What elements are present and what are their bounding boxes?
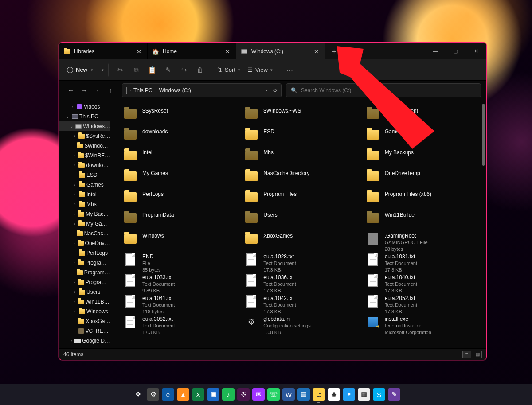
file-item[interactable]: Win11Builder	[365, 210, 478, 231]
file-item[interactable]: downloads	[123, 127, 236, 148]
taskbar-vlc-icon[interactable]: ▲	[177, 388, 189, 401]
expand-toggle[interactable]: ›	[72, 212, 77, 216]
minimize-button[interactable]: ―	[425, 43, 446, 59]
tab-windows-c-[interactable]: Windows (C:)✕	[236, 43, 325, 59]
tab-home[interactable]: 🏠Home✕	[148, 43, 236, 59]
back-button[interactable]: ←	[64, 84, 78, 97]
thumbnail-view-button[interactable]: ▦	[473, 351, 482, 358]
search-box[interactable]: 🔍	[286, 83, 481, 97]
file-item[interactable]: ESD	[244, 127, 357, 148]
expand-toggle[interactable]: ›	[72, 300, 77, 304]
expand-toggle[interactable]: ›	[70, 105, 75, 109]
expand-toggle[interactable]: ›	[72, 222, 77, 226]
tree-item-vc-red-cab[interactable]: VC_RED.cab	[59, 326, 110, 336]
details-view-button[interactable]: ≡	[462, 351, 471, 358]
expand-toggle[interactable]: ›	[72, 261, 76, 265]
taskbar-settings-icon[interactable]: ⚙	[147, 388, 159, 401]
expand-toggle[interactable]: ›	[72, 290, 78, 294]
search-input[interactable]	[301, 87, 476, 93]
tree-item-perflogs[interactable]: PerfLogs	[59, 248, 110, 258]
taskbar-skype-icon[interactable]: S	[373, 388, 385, 401]
tree-item-google-drive-g-[interactable]: ›Google Drive (G:)	[59, 336, 110, 346]
file-item[interactable]: OneDriveTemp	[365, 169, 478, 190]
expand-toggle[interactable]: ›	[72, 183, 78, 187]
taskbar-messenger-icon[interactable]: ✉	[252, 388, 265, 401]
tree-item-esd[interactable]: ESD	[59, 170, 110, 180]
vertical-scrollbar[interactable]	[481, 100, 486, 348]
close-tab-button[interactable]: ✕	[135, 48, 143, 55]
file-item[interactable]: XboxGames	[244, 231, 357, 252]
expand-toggle[interactable]: ›	[72, 134, 77, 138]
expand-toggle[interactable]: ⌄	[70, 124, 74, 129]
taskbar[interactable]: ❖⚙e▲X▣♪※✉☏W▤🗂◉✦▦S✎	[0, 384, 532, 405]
file-item[interactable]: My Backups	[365, 148, 478, 169]
file-item[interactable]: eula.1042.txtText Document17.3 KB	[244, 294, 357, 315]
expand-toggle[interactable]: ›	[72, 153, 76, 158]
file-item[interactable]: Program Files (x86)	[365, 190, 478, 210]
file-item[interactable]: Users	[244, 210, 357, 231]
file-item[interactable]: ENDFile35 bytes	[123, 252, 236, 273]
file-item[interactable]: Intel	[123, 148, 236, 169]
file-item[interactable]: ProgramData	[123, 210, 236, 231]
file-item[interactable]: eula.1031.txtText Document17.3 KB	[365, 252, 478, 273]
forward-button[interactable]: →	[78, 84, 91, 97]
taskbar-twitter-icon[interactable]: ✦	[343, 388, 355, 401]
tree-item-intel[interactable]: ›Intel	[59, 190, 110, 199]
taskbar-msstore-icon[interactable]: ▦	[358, 388, 370, 401]
tree-item-program-files[interactable]: ›Program Files	[59, 258, 110, 268]
breadcrumb-segment[interactable]: This PC	[133, 87, 153, 93]
tree-item-this-pc[interactable]: ⌄This PC	[59, 112, 110, 121]
taskbar-spotify-icon[interactable]: ♪	[222, 388, 235, 401]
taskbar-store-icon[interactable]: ▣	[207, 388, 219, 401]
taskbar-chrome-icon[interactable]: ◉	[328, 388, 340, 401]
tree-item-windows[interactable]: ›Windows	[59, 307, 110, 316]
expand-toggle[interactable]: ›	[72, 309, 78, 314]
file-item[interactable]: PerfLogs	[123, 190, 236, 210]
share-button[interactable]: ↪	[176, 63, 192, 77]
delete-button[interactable]: 🗑	[192, 63, 208, 77]
cut-button[interactable]: ✂	[112, 63, 128, 77]
paste-button[interactable]: 📋	[144, 63, 160, 77]
file-item[interactable]: NasCacheDirectory	[244, 169, 357, 190]
up-button[interactable]: ↑	[104, 84, 117, 97]
titlebar[interactable]: Libraries✕🏠Home✕Windows (C:)✕ ＋ ― ▢ ✕	[59, 43, 486, 59]
tree-item-users[interactable]: ›Users	[59, 287, 110, 297]
new-menu-button[interactable]: + New ▾ ▾	[63, 63, 109, 77]
tree-item-win11builder[interactable]: ›Win11Builder	[59, 297, 110, 307]
tree-item-windows-c-[interactable]: ⌄Windows (C:)	[59, 121, 110, 131]
tab-libraries[interactable]: Libraries✕	[59, 43, 148, 59]
file-item[interactable]: eula.3082.txtText Document17.3 KB	[123, 315, 236, 335]
file-item[interactable]: Windows	[123, 231, 236, 252]
recent-locations-button[interactable]: ▾	[91, 84, 104, 97]
file-item[interactable]: eula.1036.txtText Document17.3 KB	[244, 273, 357, 294]
address-bar[interactable]: › This PC › Windows (C:) ⌄ ⟳	[122, 83, 282, 97]
tree-item--winreagent[interactable]: ›$WinREAgent	[59, 151, 110, 160]
tree-item-games[interactable]: ›Games	[59, 180, 110, 190]
expand-toggle[interactable]: ›	[72, 231, 75, 236]
file-item[interactable]: eula.1028.txtText Document17.3 KB	[244, 252, 357, 273]
file-item[interactable]: $Windows.~WS	[244, 106, 357, 127]
tree-item-downloads[interactable]: ›downloads	[59, 160, 110, 170]
refresh-button[interactable]: ⟳	[273, 87, 278, 93]
tree-item-programdata[interactable]: ›ProgramData	[59, 277, 110, 287]
taskbar-excel-icon[interactable]: X	[192, 388, 204, 401]
expand-toggle[interactable]: ›	[72, 270, 75, 275]
taskbar-misc1-icon[interactable]: ▤	[297, 388, 310, 401]
file-item[interactable]: .GamingRootGAMINGROOT File28 bytes	[365, 231, 478, 252]
file-item[interactable]: install.exeExternal InstallerMicrosoft C…	[365, 315, 478, 335]
file-item[interactable]: Program Files	[244, 190, 357, 210]
close-tab-button[interactable]: ✕	[223, 48, 231, 55]
taskbar-explorer-icon[interactable]: 🗂	[313, 388, 325, 401]
tree-item-my-games[interactable]: ›My Games	[59, 219, 110, 229]
expand-toggle[interactable]: ›	[72, 144, 76, 148]
expand-toggle[interactable]: ›	[72, 202, 78, 206]
expand-toggle[interactable]: ›	[72, 280, 77, 284]
file-item[interactable]: eula.1041.txtText Document118 bytes	[123, 294, 236, 315]
expand-toggle[interactable]: ›	[72, 241, 76, 245]
file-item[interactable]: Mhs	[244, 148, 357, 169]
view-menu-button[interactable]: ☰ View ▾	[244, 63, 276, 77]
tree-item-nascachedirectory[interactable]: ›NasCacheDirectory	[59, 229, 110, 238]
file-item[interactable]: eula.1040.txtText Document17.3 KB	[365, 273, 478, 294]
close-tab-button[interactable]: ✕	[312, 48, 320, 55]
file-item[interactable]: eula.1033.txtText Document9.89 KB	[123, 273, 236, 294]
